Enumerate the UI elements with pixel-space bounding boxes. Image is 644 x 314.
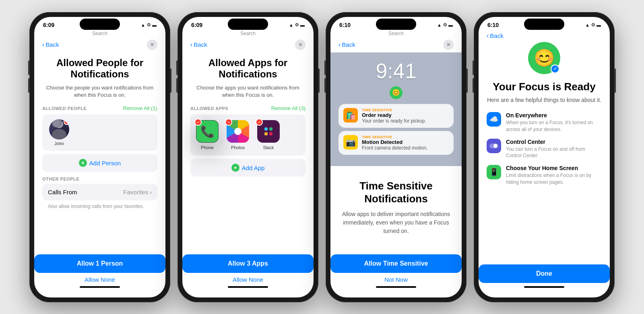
- dynamic-island-4: [524, 19, 564, 30]
- side-button-3: [466, 69, 468, 93]
- vol-up-1: [28, 60, 30, 75]
- home-indicator-3: [376, 286, 416, 288]
- screen-content-2: Allowed Apps for Notifications Choose th…: [182, 52, 314, 250]
- vol-down-1: [28, 78, 30, 93]
- close-button-2[interactable]: ✕: [295, 40, 305, 50]
- status-time-4: 6:10: [487, 22, 499, 28]
- wifi-icon-3: ⊙: [443, 22, 447, 27]
- person-avatar-1: −: [49, 119, 69, 139]
- screen-title-2: Allowed Apps for Notifications: [190, 57, 305, 81]
- bottom-buttons-3: Allow Time Sensitive Not Now: [330, 250, 462, 297]
- notif-title-2: Motion Detected: [362, 139, 449, 145]
- not-now-button[interactable]: Not Now: [384, 276, 408, 283]
- chevron-left-icon-1: ‹: [42, 41, 44, 48]
- app-item-phone: 📞 − Phone: [196, 120, 219, 150]
- add-app-circle-icon: +: [231, 164, 239, 172]
- signal-icon-3: ▲: [437, 23, 442, 27]
- calls-row-1[interactable]: Calls From Favorites ›: [42, 184, 157, 200]
- app-item-slack: − Slack: [257, 120, 280, 150]
- svg-point-1: [52, 129, 66, 139]
- nav-bar-2: ‹ Back ✕: [182, 37, 314, 52]
- notif-content-2: TIME SENSITIVE Motion Detected Front cam…: [362, 135, 449, 151]
- photos-center: [234, 128, 242, 135]
- status-icons-3: ▲ ⊙ ▬: [437, 22, 453, 27]
- wifi-icon-4: ⊙: [591, 22, 595, 27]
- back-button-1[interactable]: ‹ Back: [42, 41, 59, 48]
- add-person-label-1: Add Person: [89, 160, 121, 166]
- done-button-4[interactable]: Done: [479, 264, 610, 283]
- home-indicator-1: [80, 286, 120, 288]
- feature-title-homescreen: Choose Your Home Screen: [506, 165, 602, 171]
- battery-icon-1: ▬: [152, 23, 157, 27]
- wifi-icon-1: ⊙: [147, 22, 151, 27]
- search-nav-2: Search: [182, 30, 314, 37]
- allow-person-button-1[interactable]: Allow 1 Person: [34, 254, 165, 273]
- vol-up-4: [473, 60, 474, 75]
- notif-badge-1: TIME SENSITIVE: [362, 108, 449, 112]
- app-icon-wrapper-slack: −: [257, 120, 280, 143]
- side-button-2: [318, 69, 320, 93]
- chevron-right-icon-1: ›: [150, 189, 152, 195]
- back-label-2: Back: [194, 41, 207, 48]
- search-label-3: Search: [388, 31, 404, 36]
- back-button-2[interactable]: ‹ Back: [190, 41, 207, 48]
- screen-content-4: 😊 ✓ Your Focus is Ready Here are a few h…: [479, 42, 610, 260]
- lock-time: 9:41: [339, 59, 454, 83]
- phone-2: 6:09 ▲ ⊙ ▬ Search ‹ Back ✕ Allowed Apps: [178, 12, 318, 302]
- app-icon-wrapper-photos: −: [227, 120, 249, 143]
- signal-icon-1: ▲: [141, 23, 145, 27]
- allow-none-button-1[interactable]: Allow None: [85, 276, 115, 283]
- allow-none-button-2[interactable]: Allow None: [233, 276, 263, 283]
- remove-all-2[interactable]: Remove All (3): [271, 105, 305, 111]
- nav-bar-4: ‹ Back: [479, 30, 610, 42]
- close-button-3[interactable]: ✕: [443, 40, 454, 50]
- ts-content: Time Sensitive Notifications Allow apps …: [330, 166, 462, 250]
- feature-text-homescreen: Choose Your Home Screen Limit distractio…: [506, 165, 602, 186]
- notif-body-1: Your order is ready for pickup.: [362, 118, 449, 124]
- home-indicator-4: [524, 286, 564, 288]
- phone-body-3: 6:10 ▲ ⊙ ▬ Search ‹ Back ✕ 9:41: [326, 12, 466, 302]
- allow-apps-button-2[interactable]: Allow 3 Apps: [182, 254, 314, 273]
- add-circle-icon-1: +: [79, 159, 87, 167]
- notif-app-icon-1: 🛍️: [343, 108, 358, 123]
- status-bar-4: 6:10 ▲ ⊙ ▬: [479, 17, 610, 30]
- vol-down-4: [473, 78, 474, 93]
- remove-all-1[interactable]: Remove All (1): [123, 105, 157, 111]
- feature-text-control: Control Center You can turn a Focus on a…: [506, 139, 602, 160]
- lock-screen-preview: 9:41 😊 🛍️ TIME SENSITIVE Order ready You…: [330, 52, 462, 166]
- back-button-4[interactable]: ‹ Back: [487, 32, 504, 40]
- bottom-buttons-2: Allow 3 Apps Allow None: [182, 250, 314, 297]
- bottom-buttons-4: Done: [479, 260, 610, 297]
- chevron-left-icon-4: ‹: [487, 32, 489, 40]
- screen-title-1: Allowed People for Notifications: [42, 57, 157, 81]
- phone-body-1: 6:09 ▲ ⊙ ▬ Search ‹ Back ✕ Allowed Peop: [29, 12, 170, 302]
- chevron-left-icon-2: ‹: [190, 41, 192, 48]
- ts-title: Time Sensitive Notifications: [339, 180, 454, 205]
- close-button-1[interactable]: ✕: [147, 40, 157, 50]
- battery-icon-2: ▬: [300, 23, 305, 27]
- search-label-2: Search: [240, 31, 256, 36]
- feature-icon-cloud: ☁️: [487, 112, 501, 127]
- add-app-button-2[interactable]: + Add App: [190, 159, 305, 177]
- phone-1: 6:09 ▲ ⊙ ▬ Search ‹ Back ✕ Allowed Peop: [29, 12, 170, 302]
- svg-rect-6: [264, 132, 268, 135]
- phone-body-4: 6:10 ▲ ⊙ ▬ ‹ Back 😊 ✓: [474, 12, 615, 302]
- back-button-3[interactable]: ‹ Back: [339, 41, 355, 48]
- feature-title-control: Control Center: [506, 139, 602, 145]
- svg-rect-5: [269, 127, 272, 131]
- section-header-1: Allowed People Remove All (1): [42, 105, 157, 111]
- add-person-button-1[interactable]: + Add Person: [42, 154, 157, 172]
- status-bar-1: 6:09 ▲ ⊙ ▬: [34, 17, 165, 30]
- app-icon-wrapper-phone: 📞 −: [196, 120, 219, 143]
- focus-icon-circle: 😊 ✓: [528, 42, 560, 74]
- app-label-phone: Phone: [201, 145, 214, 150]
- notif-app-icon-2: 📷: [343, 135, 358, 150]
- screen-1: 6:09 ▲ ⊙ ▬ Search ‹ Back ✕ Allowed Peop: [34, 17, 165, 297]
- allow-ts-button[interactable]: Allow Time Sensitive: [330, 254, 462, 273]
- focus-check-icon: ✓: [551, 64, 559, 73]
- back-label-3: Back: [342, 41, 355, 48]
- section-header-2: Allowed Apps Remove All (3): [190, 105, 305, 111]
- person-item-1: − John: [47, 119, 71, 146]
- back-label-4: Back: [490, 32, 503, 39]
- vol-down-3: [324, 78, 326, 93]
